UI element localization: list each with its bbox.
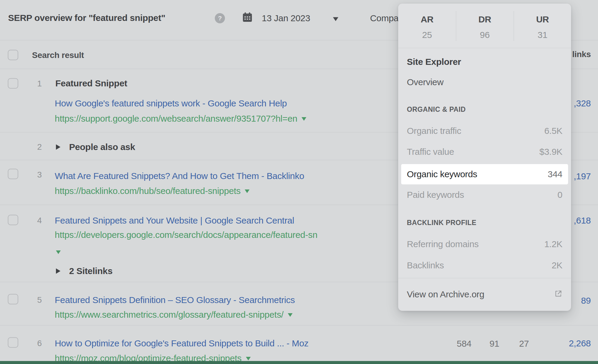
result-link[interactable]: What Are Featured Snippets? And How to G… (55, 172, 304, 181)
menu-item-overview[interactable]: Overview (407, 78, 444, 87)
sitelinks-toggle[interactable]: 2 Sitelinks (69, 267, 112, 276)
row-checkbox[interactable] (8, 294, 18, 305)
ur-value: 27 (519, 339, 529, 348)
serp-overview-screen: SERP overview for "featured snippet" ? 1… (0, 0, 598, 364)
ur-metric[interactable]: UR 31 (514, 15, 571, 39)
menu-item-referring-domains[interactable]: Referring domains (407, 240, 479, 249)
row-checkbox[interactable] (8, 337, 18, 348)
site-explorer-title: Site Explorer (407, 57, 461, 66)
result-url[interactable]: https://www.searchmetrics.com/glossary/f… (55, 310, 284, 319)
column-header-backlinks-partial[interactable]: links (572, 50, 591, 59)
page-title: SERP overview for "featured snippet" (8, 13, 165, 22)
serp-position: 1 (33, 79, 46, 88)
menu-item-paid-keywords[interactable]: Paid keywords (407, 190, 464, 199)
result-url[interactable]: https://backlinko.com/hub/seo/featured-s… (55, 186, 241, 196)
site-explorer-popup: AR 25 DR 96 UR 31 Site Explorer Overview… (398, 4, 571, 311)
result-url-partial[interactable]: https://developers.google.com/search/doc… (55, 230, 317, 239)
backlinks-value-partial[interactable]: ,197 (574, 172, 591, 181)
ur-value: 31 (514, 30, 571, 39)
serp-position: 5 (33, 296, 46, 304)
backlinks-value: 2K (552, 261, 562, 270)
backlinks-value-partial[interactable]: ,618 (574, 216, 591, 225)
column-header-search-result[interactable]: Search result (32, 51, 84, 59)
result-link[interactable]: Featured Snippets Definition – SEO Gloss… (55, 296, 295, 305)
select-all-checkbox[interactable] (8, 50, 18, 60)
ar-metric[interactable]: AR 25 (398, 15, 456, 39)
menu-item-organic-keywords[interactable]: Organic keywords (407, 170, 477, 179)
organic-traffic-value: 6.5K (544, 126, 562, 135)
url-dropdown-icon[interactable] (302, 117, 306, 121)
bottom-section-bar (0, 361, 598, 364)
traffic-value-value: $3.9K (539, 147, 562, 156)
dr-label: DR (456, 15, 514, 24)
dr-value: 96 (456, 30, 514, 39)
url-dropdown-icon[interactable] (245, 189, 249, 193)
dr-metric[interactable]: DR 96 (456, 15, 514, 39)
menu-item-traffic-value[interactable]: Traffic value (407, 147, 454, 156)
divider (514, 11, 514, 41)
help-icon[interactable]: ? (215, 13, 225, 23)
serp-feature-title[interactable]: People also ask (69, 143, 135, 152)
serp-feature-title: Featured Snippet (55, 79, 127, 88)
divider (398, 48, 571, 48)
row-checkbox[interactable] (8, 78, 18, 89)
result-url-line: https://www.searchmetrics.com/glossary/f… (55, 310, 293, 319)
menu-item-backlinks[interactable]: Backlinks (407, 261, 444, 270)
external-link-icon[interactable] (554, 289, 563, 299)
result-link[interactable]: How Google's featured snippets work - Go… (55, 99, 287, 108)
section-organic-paid: ORGANIC & PAID (407, 106, 466, 113)
result-url-line: https://backlinko.com/hub/seo/featured-s… (55, 186, 249, 195)
serp-position: 6 (33, 339, 46, 348)
date-selector[interactable]: 13 Jan 2023 (262, 14, 310, 23)
result-link[interactable]: How to Optimize for Google's Featured Sn… (55, 339, 308, 348)
row-checkbox[interactable] (8, 169, 18, 179)
ar-value: 25 (398, 30, 456, 39)
referring-domains-value: 1.2K (544, 240, 562, 249)
divider (0, 325, 598, 325)
expand-triangle-icon[interactable] (56, 268, 60, 274)
calendar-icon[interactable] (242, 12, 253, 24)
compare-control-partial[interactable]: Compa (370, 14, 398, 23)
divider (398, 278, 571, 278)
serp-position: 3 (33, 171, 46, 179)
url-dropdown-icon[interactable] (56, 250, 61, 254)
url-dropdown-icon[interactable] (246, 357, 251, 360)
divider (456, 11, 456, 41)
backlinks-value-partial[interactable]: 89 (581, 296, 591, 305)
paid-keywords-value: 0 (558, 190, 562, 199)
menu-item-organic-traffic[interactable]: Organic traffic (407, 126, 461, 135)
serp-position: 4 (33, 216, 46, 225)
dr-value: 91 (489, 339, 499, 348)
serp-position: 2 (33, 143, 46, 151)
menu-item-view-archive[interactable]: View on Archive.org (407, 290, 484, 299)
ar-label: AR (398, 15, 456, 24)
result-link[interactable]: Featured Snippets and Your Website | Goo… (55, 216, 294, 225)
organic-keywords-value: 344 (548, 170, 562, 179)
row-checkbox[interactable] (8, 215, 18, 225)
ur-label: UR (514, 15, 571, 24)
expand-triangle-icon[interactable] (56, 144, 60, 150)
backlinks-value[interactable]: 2,268 (569, 339, 591, 348)
result-url[interactable]: https://support.google.com/websearch/ans… (55, 114, 297, 123)
url-dropdown-icon[interactable] (288, 313, 293, 317)
ar-value: 584 (457, 339, 471, 348)
result-url-line: https://support.google.com/websearch/ans… (55, 114, 306, 123)
date-chevron-down-icon[interactable] (333, 17, 338, 21)
backlinks-value-partial[interactable]: ,328 (574, 99, 591, 108)
section-backlink-profile: BACKLINK PROFILE (407, 219, 477, 226)
